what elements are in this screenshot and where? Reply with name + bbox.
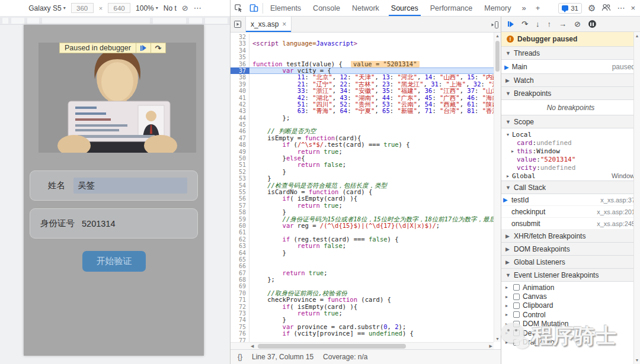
- resume-script-button[interactable]: [136, 43, 151, 53]
- section-global-listeners[interactable]: ▶ Global Listeners: [501, 255, 640, 269]
- line-number[interactable]: 63: [231, 243, 249, 249]
- line-number[interactable]: 68: [231, 276, 249, 283]
- line-number[interactable]: 51: [231, 162, 249, 168]
- line-number[interactable]: 34: [231, 47, 249, 54]
- line-number[interactable]: 49: [231, 149, 249, 155]
- name-input[interactable]: 吴签: [73, 178, 187, 194]
- section-xhr-breakpoints[interactable]: ▶ XHR/fetch Breakpoints: [501, 229, 640, 243]
- section-breakpoints[interactable]: ▼ Breakpoints: [501, 86, 640, 100]
- devtools-menu-icon[interactable]: ⋯: [617, 4, 625, 12]
- scroll-up-icon[interactable]: ▲: [635, 34, 639, 38]
- step-over-button[interactable]: ↷: [151, 43, 166, 53]
- editor-vertical-scrollbar[interactable]: ▲ ▼: [494, 33, 501, 342]
- scroll-left-icon[interactable]: ◀: [251, 344, 254, 349]
- section-dom-breakpoints[interactable]: ▶ DOM Breakpoints: [501, 242, 640, 256]
- line-number[interactable]: 39: [231, 81, 249, 88]
- step-into-icon[interactable]: ↓: [536, 20, 540, 28]
- section-event-listener-breakpoints[interactable]: ▼ Event Listener Breakpoints: [501, 268, 640, 282]
- event-category-control[interactable]: ▸Control: [501, 310, 640, 319]
- editor-horizontal-scrollbar[interactable]: ◀ ▶: [231, 342, 494, 349]
- line-number[interactable]: 46: [231, 128, 249, 134]
- callstack-frame-checkinput[interactable]: checkinputx_xs.asp:201: [501, 206, 640, 218]
- inspect-element-icon[interactable]: [231, 0, 246, 16]
- line-number[interactable]: 36: [231, 61, 249, 67]
- step-out-icon[interactable]: ↑: [547, 20, 551, 28]
- idnumber-input[interactable]: 5201314: [82, 219, 115, 228]
- checkbox[interactable]: [513, 311, 520, 318]
- deactivate-breakpoints-icon[interactable]: ⊘: [574, 20, 581, 28]
- tab-elements[interactable]: Elements: [264, 0, 307, 16]
- tab-memory[interactable]: Memory: [478, 0, 517, 16]
- line-number[interactable]: 54: [231, 182, 249, 189]
- line-number[interactable]: 32: [231, 34, 249, 40]
- checkbox[interactable]: [513, 294, 520, 300]
- sidebar-scrollbar[interactable]: ▲ ▼: [633, 32, 640, 364]
- line-number[interactable]: 47: [231, 135, 249, 141]
- scope-local-group[interactable]: ▾ Local: [501, 130, 640, 138]
- step-over-icon[interactable]: ↷: [521, 20, 528, 28]
- add-tab-icon[interactable]: +: [531, 4, 545, 12]
- line-number[interactable]: 33: [231, 40, 249, 47]
- line-number[interactable]: 37: [231, 67, 249, 74]
- step-icon[interactable]: →: [559, 20, 567, 28]
- line-number[interactable]: 66: [231, 263, 249, 269]
- scroll-down-icon[interactable]: ▼: [635, 358, 639, 362]
- line-number[interactable]: 40: [231, 88, 249, 94]
- resume-script-icon[interactable]: [508, 21, 514, 27]
- pause-on-exceptions-icon[interactable]: [588, 20, 596, 28]
- event-category-animation[interactable]: ▸Animation: [501, 283, 640, 292]
- tab-sources[interactable]: Sources: [385, 0, 424, 16]
- line-number[interactable]: 70: [231, 290, 249, 297]
- section-threads[interactable]: ▼ Threads: [501, 46, 640, 60]
- line-number[interactable]: 72: [231, 304, 249, 310]
- zoom-select[interactable]: 100% ▾: [136, 4, 158, 12]
- line-number[interactable]: 56: [231, 195, 249, 202]
- line-number[interactable]: 42: [231, 101, 249, 108]
- scope-variable-this[interactable]: ▸this: Window: [501, 147, 640, 155]
- hide-debugger-sidebar-icon[interactable]: [490, 20, 498, 31]
- throttling-select[interactable]: No t: [164, 4, 177, 12]
- line-number[interactable]: 53: [231, 175, 249, 182]
- line-number[interactable]: 61: [231, 229, 249, 236]
- line-number[interactable]: 58: [231, 209, 249, 215]
- line-number[interactable]: 75: [231, 324, 249, 330]
- line-number[interactable]: 60: [231, 223, 249, 229]
- scope-variable-value[interactable]: value: "5201314": [501, 155, 640, 163]
- line-number[interactable]: 48: [231, 141, 249, 148]
- scroll-right-icon[interactable]: ▶: [489, 344, 492, 349]
- device-height-input[interactable]: 640: [108, 3, 130, 13]
- section-callstack[interactable]: ▼ Call Stack: [501, 181, 640, 194]
- pretty-print-icon[interactable]: {}: [238, 353, 242, 361]
- line-number[interactable]: 77: [231, 337, 249, 342]
- line-number[interactable]: 57: [231, 202, 249, 209]
- scrollbar-thumb[interactable]: [258, 344, 406, 349]
- line-number[interactable]: 76: [231, 330, 249, 337]
- show-navigator-icon[interactable]: [231, 17, 246, 32]
- checkbox[interactable]: [513, 330, 520, 336]
- device-select[interactable]: Galaxy S5 ▾: [28, 4, 65, 12]
- line-number[interactable]: 41: [231, 95, 249, 101]
- checkbox[interactable]: [513, 302, 520, 309]
- line-number[interactable]: 71: [231, 297, 249, 303]
- profiles-icon[interactable]: [601, 3, 611, 14]
- scrollbar-thumb[interactable]: [495, 41, 500, 72]
- section-scope[interactable]: ▼ Scope: [501, 115, 640, 128]
- more-tabs-icon[interactable]: »: [517, 4, 530, 12]
- checkbox[interactable]: [513, 339, 520, 346]
- line-number[interactable]: 65: [231, 256, 249, 263]
- event-category-clipboard[interactable]: ▸Clipboard: [501, 301, 640, 310]
- code-viewport[interactable]: 3233<script language=Javascript>343536fu…: [231, 33, 494, 342]
- scope-global-group[interactable]: ▸ Global Window: [501, 172, 640, 180]
- callstack-frame-testId[interactable]: ▶testIdx_xs.asp:37: [501, 194, 640, 206]
- section-watch[interactable]: ▶ Watch: [501, 73, 640, 87]
- device-toolbar-toggle-icon[interactable]: [246, 0, 261, 16]
- line-number[interactable]: 74: [231, 317, 249, 323]
- start-verify-button[interactable]: 开始验证: [82, 251, 146, 272]
- tab-network[interactable]: Network: [346, 0, 385, 16]
- line-number[interactable]: 69: [231, 283, 249, 289]
- line-number[interactable]: 50: [231, 155, 249, 162]
- block-icon[interactable]: ⊘: [182, 4, 188, 12]
- close-devtools-icon[interactable]: ×: [631, 4, 635, 12]
- line-number[interactable]: 62: [231, 236, 249, 243]
- callstack-frame-onsubmit[interactable]: onsubmitx_xs.asp:245: [501, 218, 640, 230]
